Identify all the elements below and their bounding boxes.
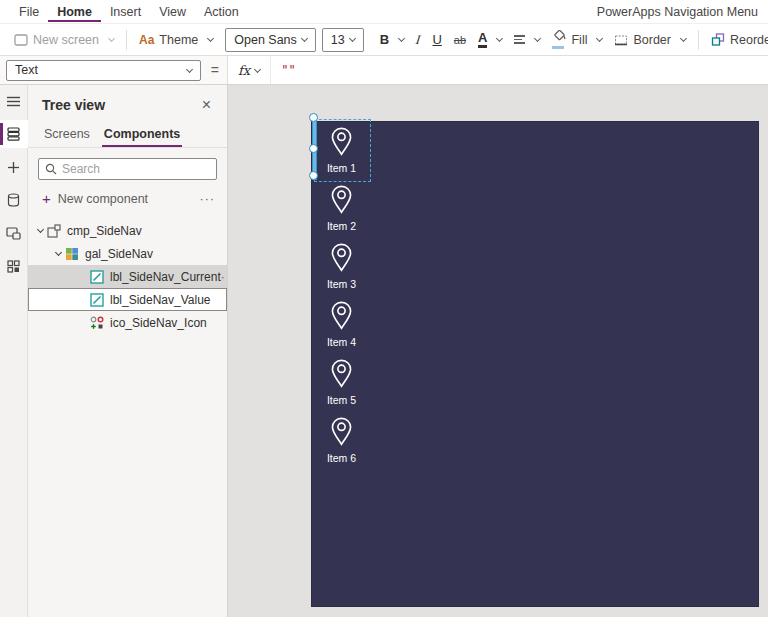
label-icon [90, 293, 104, 307]
reorder-button[interactable]: Reorder [705, 29, 768, 51]
gallery-item-label: Item 1 [327, 162, 356, 174]
tree-node-gal-sidenav[interactable]: gal_SideNav [28, 242, 227, 265]
gallery-item-3[interactable]: Item 3 [314, 238, 369, 296]
map-pin-icon [330, 301, 353, 330]
gallery-item-1[interactable]: Item 1 [314, 122, 369, 180]
menu-home[interactable]: Home [48, 2, 101, 22]
map-pin-icon [330, 417, 353, 446]
property-zone: Text = [0, 56, 228, 84]
menu-bar: File Home Insert View Action PowerApps N… [0, 0, 768, 24]
gallery-item-label: Item 5 [327, 394, 356, 406]
insert-icon[interactable] [0, 153, 28, 181]
map-pin-icon [330, 185, 353, 214]
border-button[interactable]: Border [608, 29, 692, 51]
gallery-icon [65, 247, 79, 261]
app-title: PowerApps Navigation Menu [597, 5, 758, 19]
selection-handle-bottom[interactable] [309, 171, 318, 180]
menu-action[interactable]: Action [195, 2, 248, 22]
align-icon [514, 35, 525, 44]
chevron-down-icon[interactable] [37, 226, 44, 233]
italic-button[interactable]: I [410, 28, 426, 52]
component-tree: cmp_SideNav gal_SideNav lbl_SideNav_Curr… [28, 215, 227, 334]
app-screen[interactable]: Item 1 Item 2 Item 3 Item 4 Item 5 Item … [311, 121, 759, 607]
more-options-icon[interactable]: ··· [200, 192, 216, 206]
fill-button[interactable]: Fill [546, 26, 608, 53]
underline-button[interactable]: U [426, 28, 447, 51]
search-input[interactable] [62, 162, 210, 176]
chevron-down-icon[interactable] [55, 249, 62, 256]
tab-components[interactable]: Components [102, 123, 182, 147]
tree-node-ico-sidenav-icon[interactable]: ico_SideNav_Icon [28, 311, 227, 334]
advanced-tools-icon[interactable] [0, 252, 28, 280]
label-icon [90, 270, 104, 284]
gallery-item-label: Item 4 [327, 336, 356, 348]
font-size-select[interactable]: 13 [322, 28, 364, 52]
font-color-button[interactable]: A [472, 27, 508, 52]
align-button[interactable] [508, 31, 546, 48]
hamburger-menu-icon[interactable] [0, 87, 28, 115]
tab-screens[interactable]: Screens [42, 123, 92, 147]
property-select[interactable]: Text [6, 60, 201, 81]
map-pin-icon [330, 359, 353, 388]
selection-handle-middle[interactable] [309, 144, 318, 153]
row-more-options-icon[interactable]: ··· [221, 270, 228, 284]
gallery-item-label: Item 3 [327, 278, 356, 290]
formula-input[interactable]: "" [271, 63, 768, 77]
panel-title: Tree view [42, 97, 105, 113]
selection-handle-top[interactable] [309, 113, 318, 122]
tree-view-panel: Tree view × Screens Components + New com… [28, 85, 228, 617]
reorder-icon [711, 33, 725, 46]
gallery-item-5[interactable]: Item 5 [314, 354, 369, 412]
component-icon [47, 224, 61, 238]
new-screen-button[interactable]: New screen [8, 29, 120, 51]
tree-view-icon[interactable] [0, 120, 28, 148]
selection-bar[interactable] [312, 117, 317, 180]
gallery-item-4[interactable]: Item 4 [314, 296, 369, 354]
strikethrough-button[interactable]: ab [448, 30, 472, 50]
new-component-button[interactable]: + New component ··· [28, 186, 227, 215]
formula-bar: Text = fx "" [0, 56, 768, 85]
menu-view[interactable]: View [150, 2, 195, 22]
plus-icon: + [42, 191, 51, 206]
font-family-select[interactable]: Open Sans [225, 28, 316, 52]
gallery-item-6[interactable]: Item 6 [314, 412, 369, 470]
data-sources-icon[interactable] [0, 186, 28, 214]
theme-button[interactable]: Aa Theme [133, 29, 219, 51]
map-pin-icon [330, 243, 353, 272]
tree-node-cmp-sidenav[interactable]: cmp_SideNav [28, 219, 227, 242]
left-rail [0, 85, 28, 617]
gallery-item-2[interactable]: Item 2 [314, 180, 369, 238]
fx-button[interactable]: fx [228, 56, 271, 84]
equals-sign: = [209, 62, 221, 78]
border-icon [614, 34, 628, 46]
media-icon[interactable] [0, 219, 28, 247]
search-icon [45, 163, 57, 175]
close-icon[interactable]: × [198, 95, 215, 115]
canvas-area: Item 1 Item 2 Item 3 Item 4 Item 5 Item … [228, 85, 768, 617]
menu-file[interactable]: File [10, 2, 48, 22]
menu-insert[interactable]: Insert [101, 2, 150, 22]
fill-icon [552, 30, 566, 49]
theme-icon: Aa [139, 33, 154, 47]
tree-node-lbl-sidenav-value[interactable]: lbl_SideNav_Value [28, 288, 227, 311]
toolbar: New screen Aa Theme Open Sans 13 B I U a… [0, 24, 768, 56]
icon-control-icon [90, 316, 104, 330]
bold-button[interactable]: B [374, 28, 410, 51]
gallery-item-label: Item 2 [327, 220, 356, 232]
new-screen-icon [14, 34, 28, 46]
gallery-item-label: Item 6 [327, 452, 356, 464]
tree-node-lbl-sidenav-current[interactable]: lbl_SideNav_Current ··· [28, 265, 227, 288]
search-box [38, 158, 217, 180]
map-pin-icon [330, 127, 353, 156]
